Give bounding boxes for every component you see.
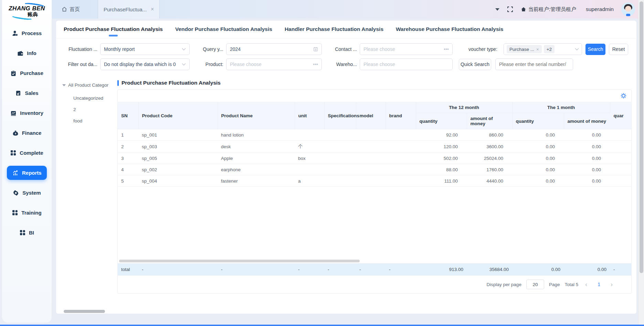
username[interactable]: superadmin xyxy=(586,6,614,12)
sidebar-item-label: Purchase xyxy=(20,70,43,76)
fluctuation-value: Monthly report xyxy=(104,46,180,52)
quick-search-button[interactable]: Quick Search xyxy=(459,59,491,70)
fullscreen-icon[interactable] xyxy=(507,6,513,12)
ellipsis-icon[interactable]: ••• xyxy=(313,62,318,67)
contact-placeholder: Please choose xyxy=(363,46,442,52)
sidebar-item-system[interactable]: System xyxy=(9,186,45,200)
total-spec: - xyxy=(324,264,356,275)
settings-gear-icon[interactable] xyxy=(621,93,626,99)
sidebar-item-purchase[interactable]: Purchase xyxy=(6,66,47,80)
report-panel: Product Purchase Fluctuation Analysis xyxy=(117,75,632,314)
reset-button[interactable]: Reset xyxy=(609,44,628,55)
prev-page-icon[interactable]: ‹ xyxy=(583,281,589,287)
grid-icon xyxy=(12,210,18,216)
tree-item-uncategorized[interactable]: Uncategorized xyxy=(62,93,117,104)
tree-item-2[interactable]: 2 xyxy=(62,104,117,115)
bottom-accent-scrollbar[interactable] xyxy=(0,325,644,326)
cell-name: fastener xyxy=(218,175,295,187)
next-page-icon[interactable]: › xyxy=(609,281,615,287)
cell-amount-1: 0.00 xyxy=(564,129,610,141)
col-specifications: Specifications xyxy=(324,102,356,129)
cell-brand xyxy=(386,129,416,141)
query-year-input[interactable]: 2024 xyxy=(226,43,322,55)
table-scroll-area[interactable]: SN Product Code Product Name unit Specif… xyxy=(118,102,631,259)
filter-zero-select[interactable]: Do not display the data which is 0 xyxy=(100,58,190,70)
total-name: - xyxy=(218,264,295,275)
cell-quantity-1: 0.00 xyxy=(512,141,564,153)
table-horizontal-scrollbar[interactable] xyxy=(118,259,631,263)
per-page-input[interactable] xyxy=(526,280,544,289)
sidebar-item-complete[interactable]: Complete xyxy=(6,146,47,160)
table-row[interactable]: 3 sp_005 Apple box 502.00 xyxy=(118,153,631,164)
search-button[interactable]: Search xyxy=(585,44,605,55)
section-title: Product Purchase Fluctuation Analysis xyxy=(117,80,632,86)
cell-amount-12: 25024.00 xyxy=(467,153,512,164)
cell-quar xyxy=(610,141,631,153)
sidebar-item-bi[interactable]: BI xyxy=(15,226,38,240)
table-body: 1 sp_001 hand lotion 92.00 xyxy=(118,129,631,187)
tree-item-food[interactable]: food xyxy=(62,115,117,127)
cell-unit xyxy=(295,164,324,175)
product-picker[interactable]: Please choose ••• xyxy=(226,58,322,70)
total-label: total xyxy=(118,264,138,275)
chevron-down-icon[interactable] xyxy=(495,8,499,11)
table-row[interactable]: 5 sp_004 fastener a 111.00 xyxy=(118,175,631,187)
voucher-tag: Purchase ... × xyxy=(507,45,542,53)
voucher-type-multiselect[interactable]: Purchase ... × +2 xyxy=(504,43,582,55)
ellipsis-icon[interactable]: ••• xyxy=(444,46,449,52)
sidebar-item-finance[interactable]: ¥ Finance xyxy=(8,126,46,140)
tab-warehouse-purchase[interactable]: Warehouse Purchase Fluctuation Analysis xyxy=(396,26,503,38)
cell-quantity-12: 92.00 xyxy=(416,129,467,141)
open-page-tab[interactable]: PurchaseFluctua... × xyxy=(98,0,160,19)
sidebar-item-reports[interactable]: Reports xyxy=(7,166,47,180)
cell-quantity-1: 0.00 xyxy=(512,129,564,141)
close-icon[interactable]: × xyxy=(151,6,154,12)
report-tabs: Product Purchase Fluctuation Analysis Ve… xyxy=(56,21,636,39)
col-sn: SN xyxy=(118,102,138,129)
sidebar-item-sales[interactable]: Sales xyxy=(11,86,42,100)
cell-model xyxy=(356,153,386,164)
bottom-horizontal-scrollbar-thumb[interactable] xyxy=(64,310,105,313)
col-unit: unit xyxy=(295,102,324,129)
table-card: SN Product Code Product Name unit Specif… xyxy=(117,89,632,294)
sidebar-item-training[interactable]: Training xyxy=(8,206,45,220)
filter-panel: Fluctuation ... Monthly report Query y..… xyxy=(56,39,636,72)
sidebar-item-label: Reports xyxy=(22,170,42,176)
content-area: All Product Categor Uncategorized 2 food… xyxy=(56,72,636,314)
vertical-scrollbar-thumb[interactable] xyxy=(640,1,643,273)
contact-picker[interactable]: Please choose ••• xyxy=(360,43,453,55)
contact-label: Contact ... xyxy=(330,46,357,52)
tab-vendor-purchase[interactable]: Vendor Purchase Fluctuation Analysis xyxy=(175,26,272,38)
chevron-down-icon xyxy=(575,48,579,51)
sidebar-item-info[interactable]: Info xyxy=(13,46,41,60)
scrollbar-thumb[interactable] xyxy=(119,260,360,262)
current-page[interactable]: 1 xyxy=(594,282,604,287)
total-row-clip: total - - - - - - 913.00 35684.00 xyxy=(118,263,631,275)
col-quantity-12: quantity xyxy=(416,113,467,129)
vertical-scrollbar[interactable] xyxy=(638,0,644,326)
cell-quantity-12: 120.00 xyxy=(416,141,467,153)
col-group-1-month: The 1 month xyxy=(512,102,610,113)
tree-root-all-categories[interactable]: All Product Categor xyxy=(62,83,117,88)
cell-amount-12: 860.00 xyxy=(467,129,512,141)
tab-product-purchase[interactable]: Product Purchase Fluctuation Analysis xyxy=(64,26,163,38)
topbar-right: 当前租户:管理员租户 superadmin xyxy=(495,2,635,16)
serial-number-input[interactable] xyxy=(495,58,573,70)
cell-quar xyxy=(610,129,631,141)
sidebar-item-process[interactable]: Process xyxy=(8,26,46,40)
sidebar-menu: Process Info Purchase Sales Inventory ¥ … xyxy=(2,26,52,240)
sidebar-item-inventory[interactable]: Inventory xyxy=(6,106,47,120)
remove-tag-icon[interactable]: × xyxy=(536,47,539,52)
cell-amount-1: 0.00 xyxy=(564,141,610,153)
warehouse-picker[interactable]: Please choose xyxy=(360,58,453,70)
fluctuation-select[interactable]: Monthly report xyxy=(100,43,190,55)
breadcrumb-home[interactable]: 首页 xyxy=(62,6,80,13)
sidebar-item-label: Inventory xyxy=(20,110,43,116)
table-row[interactable]: 1 sp_001 hand lotion 92.00 xyxy=(118,129,631,141)
table-row[interactable]: 4 sp_002 earphone 88.00 xyxy=(118,164,631,175)
tenant-info[interactable]: 当前租户:管理员租户 xyxy=(521,6,576,13)
table-row[interactable]: 2 sp_003 desk 个 120.00 xyxy=(118,141,631,153)
tab-handler-purchase[interactable]: Handler Purchase Fluctuation Analysis xyxy=(285,26,383,38)
avatar[interactable] xyxy=(621,2,635,16)
voucher-tag-label: Purchase ... xyxy=(509,47,534,52)
